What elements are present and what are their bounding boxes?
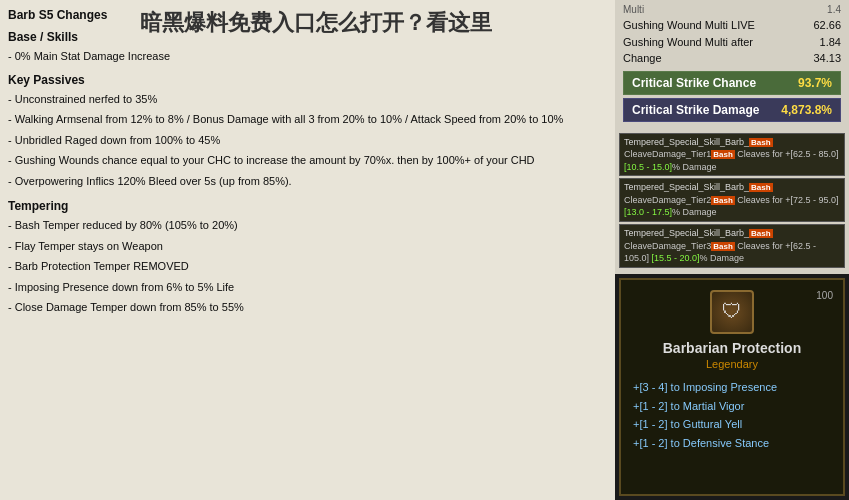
crit-damage-box: Critical Strike Damage 4,873.8% [623, 98, 841, 122]
item-icon-glyph: 🛡 [722, 300, 742, 323]
temper-skill-1: CleaveDamage_Tier2 [624, 195, 711, 205]
temper-suffix-0: % Damage [672, 162, 717, 172]
tempering-item-2: - Barb Protection Temper REMOVED [8, 258, 607, 275]
item-level-value: 100 [816, 290, 833, 301]
main-container: Barb S5 Changes Base / Skills - 0% Main … [0, 0, 849, 500]
crit-chance-label: Critical Strike Chance [632, 76, 756, 90]
item-card: 100 🛡 Barbarian Protection Legendary +[3… [619, 278, 845, 496]
base-skills-header: Base / Skills [8, 28, 607, 46]
temper-bash-2a: Bash [749, 229, 773, 238]
temper-highlight-0: [10.5 - 15.0] [624, 162, 672, 172]
temper-highlight-1: [13.0 - 17.5] [624, 207, 672, 217]
key-passives-item-3: - Gushing Wounds chance equal to your CH… [8, 152, 607, 169]
tempering-item-4: - Close Damage Temper down from 85% to 5… [8, 299, 607, 316]
item-type: Legendary [633, 358, 831, 370]
temper-highlight-2: [15.5 - 20.0] [652, 253, 700, 263]
crit-boxes: Critical Strike Chance 93.7% Critical St… [623, 71, 841, 122]
stat-row-change: Change 34.13 [623, 50, 841, 67]
tempering-header: Tempering [8, 197, 607, 215]
temper-bash-1b: Bash [711, 196, 735, 205]
temper-text-1: Cleaves for +[72.5 - 95.0] [735, 195, 839, 205]
title-right: Multi [623, 4, 644, 15]
stat-row-after: Gushing Wound Multi after 1.84 [623, 34, 841, 51]
item-stats: +[3 - 4] to Imposing Presence +[1 - 2] t… [633, 378, 831, 453]
temper-text-0: Cleaves for +[62.5 - 85.0] [735, 149, 839, 159]
temper-rows-container: Tempered_Special_Skill_Barb_Bash CleaveD… [615, 129, 849, 274]
right-panel: Multi 1.4 Gushing Wound Multi LIVE 62.66… [615, 0, 849, 500]
gushing-live-value: 62.66 [813, 17, 841, 34]
temper-bash-1a: Bash [749, 183, 773, 192]
crit-damage-label: Critical Strike Damage [632, 103, 759, 117]
item-icon-area: 🛡 [633, 290, 831, 334]
temper-suffix-1: % Damage [672, 207, 717, 217]
temper-bash-2b: Bash [711, 242, 735, 251]
temper-row-2: Tempered_Special_Skill_Barb_Bash CleaveD… [619, 224, 845, 268]
item-name: Barbarian Protection [633, 340, 831, 356]
change-label: Change [623, 50, 662, 67]
key-passives-section: Key Passives - Unconstrained nerfed to 3… [8, 71, 607, 190]
temper-skill-0: CleaveDamage_Tier1 [624, 149, 711, 159]
title-bar: Barb S5 Changes [8, 6, 607, 24]
item-icon: 🛡 [710, 290, 754, 334]
tempering-item-1: - Flay Temper stays on Weapon [8, 238, 607, 255]
key-passives-item-1: - Walking Armsenal from 12% to 8% / Bonu… [8, 111, 607, 128]
temper-name-2: Tempered_Special_Skill_Barb_ [624, 228, 749, 238]
left-panel: Barb S5 Changes Base / Skills - 0% Main … [0, 0, 615, 500]
item-stat-0: +[3 - 4] to Imposing Presence [633, 378, 831, 397]
temper-name-1: Tempered_Special_Skill_Barb_ [624, 182, 749, 192]
stats-area: Multi 1.4 Gushing Wound Multi LIVE 62.66… [615, 0, 849, 129]
crit-chance-value: 93.7% [798, 76, 832, 90]
temper-bash-0b: Bash [711, 150, 735, 159]
stat-row-live: Gushing Wound Multi LIVE 62.66 [623, 17, 841, 34]
key-passives-item-0: - Unconstrained nerfed to 35% [8, 91, 607, 108]
gushing-live-label: Gushing Wound Multi LIVE [623, 17, 755, 34]
tempering-item-0: - Bash Temper reduced by 80% (105% to 20… [8, 217, 607, 234]
base-skills-item-0: - 0% Main Stat Damage Increase [8, 48, 607, 65]
crit-chance-box: Critical Strike Chance 93.7% [623, 71, 841, 95]
tempering-item-3: - Imposing Presence down from 6% to 5% L… [8, 279, 607, 296]
key-passives-header: Key Passives [8, 71, 607, 89]
temper-bash-0a: Bash [749, 138, 773, 147]
item-level-badge: 100 [816, 290, 833, 301]
key-passives-item-4: - Overpowering Inflics 120% Bleed over 5… [8, 173, 607, 190]
temper-row-0: Tempered_Special_Skill_Barb_Bash CleaveD… [619, 133, 845, 177]
temper-skill-2: CleaveDamage_Tier3 [624, 241, 711, 251]
tempering-section: Tempering - Bash Temper reduced by 80% (… [8, 197, 607, 316]
temper-name-0: Tempered_Special_Skill_Barb_ [624, 137, 749, 147]
gushing-after-label: Gushing Wound Multi after [623, 34, 753, 51]
crit-damage-value: 4,873.8% [781, 103, 832, 117]
change-value: 34.13 [813, 50, 841, 67]
title-left: Barb S5 Changes [8, 6, 107, 24]
version: 1.4 [827, 4, 841, 15]
temper-row-1: Tempered_Special_Skill_Barb_Bash CleaveD… [619, 178, 845, 222]
item-stat-1: +[1 - 2] to Martial Vigor [633, 397, 831, 416]
temper-suffix-2: % Damage [700, 253, 745, 263]
item-stat-2: +[1 - 2] to Guttural Yell [633, 415, 831, 434]
key-passives-item-2: - Unbridled Raged down from 100% to 45% [8, 132, 607, 149]
item-stat-3: +[1 - 2] to Defensive Stance [633, 434, 831, 453]
gushing-after-value: 1.84 [820, 34, 841, 51]
